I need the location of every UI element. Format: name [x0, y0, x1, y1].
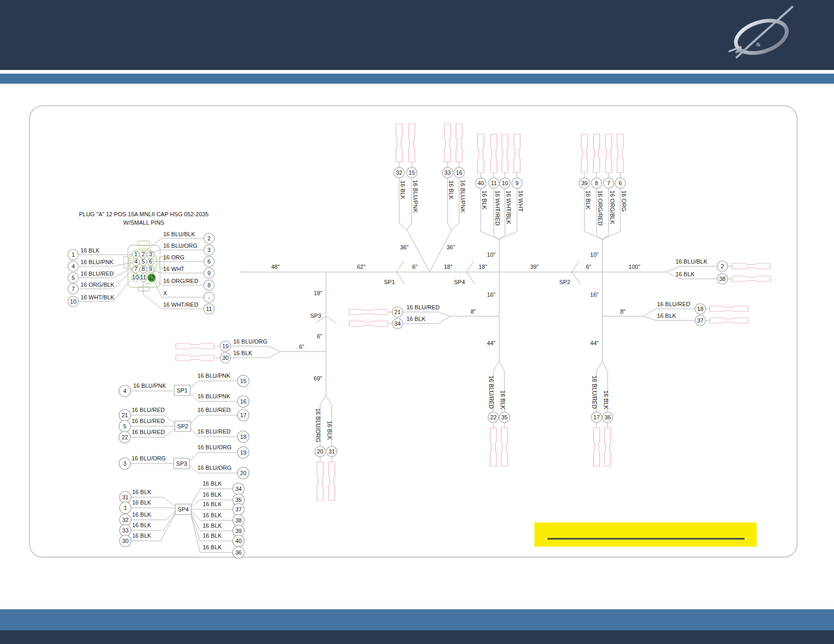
- wire-label: 16 WHT/RED: [163, 301, 198, 308]
- wire-id: 19: [222, 343, 229, 349]
- terminal-symbol: [349, 309, 388, 315]
- sp3-column-end: 16 BLU/ORG 16 BLK 20 31: [315, 408, 337, 500]
- pin-number: 11: [140, 274, 146, 280]
- dim-label: 36": [446, 244, 455, 250]
- wire-label: 16 BLK: [203, 480, 222, 487]
- terminal-symbol: [501, 428, 508, 466]
- wire-label: 16 BLK: [203, 522, 222, 529]
- pin-number: 4: [134, 258, 137, 265]
- dim-label: 6": [412, 264, 418, 270]
- v1-column-end: 16 BLU/RED 16 BLK 22 35: [488, 376, 510, 466]
- terminal-symbol: [329, 462, 335, 500]
- wire-label: 16 BLU/ORG: [197, 465, 232, 471]
- splice-lines: [131, 489, 233, 552]
- splice-table-sp1: 4 16 BLU/PNK SP1 16 BLU/PNK 15 16 BLU/PN…: [119, 373, 249, 407]
- terminal-symbol: [617, 134, 623, 173]
- terminal-symbol: [593, 134, 600, 173]
- wire-id: 40: [478, 180, 484, 186]
- pin-number: 10: [132, 274, 138, 280]
- terminal-symbol: [444, 124, 451, 162]
- wire-id: 1: [72, 251, 75, 258]
- wire-label: 16 WHT: [163, 266, 185, 272]
- wire-id: 18: [697, 306, 703, 312]
- dim-label: 10": [590, 251, 599, 258]
- splice-table-sp4: 31 16 BLK 1 16 BLK 32 16 BLK 33 16 BLK 3…: [120, 480, 244, 558]
- terminal-symbol: [456, 124, 462, 162]
- wire-label: 16 BLU/PNK: [197, 393, 231, 399]
- wire-label-vertical: 16 BLK: [585, 190, 591, 210]
- wire-id: 10: [502, 180, 508, 186]
- dim-label: 8": [620, 308, 626, 315]
- wire-id: 38: [719, 276, 726, 282]
- wire-label-vertical: 16 BLU/PNK: [460, 180, 466, 213]
- wire-label: 16 BLK: [81, 247, 100, 254]
- pin-number: 5: [142, 258, 145, 265]
- wire-id: 40: [235, 538, 242, 544]
- wire-id: 39: [581, 180, 588, 186]
- trunk-dimensions: 48" 62" 6" 18" 18" 39" 6" 100" 36" 36" 1…: [271, 244, 640, 381]
- splice-label-sp1: SP1: [384, 279, 395, 285]
- wire-id: 37: [697, 317, 703, 324]
- trunk-line: [240, 239, 666, 396]
- wire-label: 16 WHT/BLK: [81, 294, 115, 300]
- wire-label-vertical: 16 WHT/RED: [494, 190, 501, 226]
- dim-label: 100": [629, 264, 640, 270]
- wire-label: 16 BLK: [203, 544, 222, 550]
- plug-title-line2: W/SMALL PINS: [123, 219, 164, 226]
- wire-id: 7: [72, 286, 75, 292]
- harness-diagram: PLUG "A" 12 POS 15A MNLII CAP HSG 052-20…: [0, 0, 834, 644]
- pin-number: 8: [142, 266, 145, 272]
- wire-label: 16 BLK: [203, 532, 222, 539]
- wire-label: 16 BLU/RED: [132, 429, 165, 435]
- wire-label-vertical: 16 BLU/RED: [488, 376, 494, 409]
- wiring-diagram-page: & PLUG "A" 12 POS 15A MNLII CAP HSG 052-…: [0, 0, 834, 644]
- wire-label-vertical: 16 WHT/BLK: [505, 190, 512, 225]
- wire-label: 16 BLK: [132, 532, 152, 539]
- wire-label: 16 BLU/PNK: [81, 259, 114, 265]
- wire-id: 16: [240, 398, 246, 405]
- dim-label: 39": [530, 264, 539, 270]
- wire-id: 35: [501, 414, 508, 420]
- wire-id: 11: [491, 180, 497, 186]
- wire-label: 16 ORG: [163, 254, 184, 260]
- terminal-symbol: [349, 321, 388, 326]
- plug-right-callouts: 16 BLU/BLK 2 16 BLU/ORG 3 16 ORG 6 16 WH…: [163, 231, 214, 314]
- wire-label: 16 BLK: [233, 350, 253, 356]
- wire-id: 32: [122, 517, 128, 523]
- dim-label: 62": [357, 264, 365, 270]
- splice-label-sp4: SP4: [454, 279, 465, 285]
- sp3-branch-lines: [215, 346, 332, 462]
- wire-id: 9: [515, 180, 519, 186]
- wire-label: 16 BLU/RED: [197, 428, 231, 435]
- terminal-symbol: [317, 462, 323, 500]
- wire-id: 32: [396, 169, 402, 176]
- wire-label: 16 BLU/ORG: [163, 243, 197, 249]
- wire-id: 1: [124, 505, 127, 511]
- wire-id: 22: [122, 434, 128, 440]
- wire-label-vertical: 16 WHT: [518, 190, 524, 212]
- wire-id: 30: [222, 355, 229, 361]
- right-mid-branch: 16 BLU/RED 18 16 BLK 37: [657, 301, 748, 326]
- wire-id: 34: [394, 320, 401, 327]
- terminal-symbol: [710, 306, 748, 311]
- yellow-highlight: [534, 522, 757, 547]
- wire-id: 21: [394, 309, 401, 315]
- terminal-symbol: [710, 318, 748, 323]
- wire-id: 8: [595, 180, 598, 186]
- wire-id: 17: [593, 414, 600, 420]
- wire-label: 16 BLU/BLK: [676, 258, 708, 265]
- wire-label: 16 BLK: [203, 501, 222, 507]
- wire-id: 33: [444, 169, 451, 176]
- wire-label-vertical: 16 BLU/PNK: [412, 180, 419, 213]
- terminal-symbol: [491, 134, 497, 173]
- wire-id: 22: [490, 414, 497, 420]
- wire-id: 15: [409, 169, 415, 176]
- wire-label: 16 BLK: [203, 491, 222, 498]
- wire-id: 4: [123, 388, 126, 394]
- terminal-symbol: [176, 344, 214, 349]
- wire-id: 35: [235, 497, 242, 503]
- wire-id: 3: [123, 460, 126, 467]
- column-end-lines: [493, 361, 608, 428]
- wire-id: 31: [329, 448, 335, 455]
- terminal-symbol: [478, 134, 484, 173]
